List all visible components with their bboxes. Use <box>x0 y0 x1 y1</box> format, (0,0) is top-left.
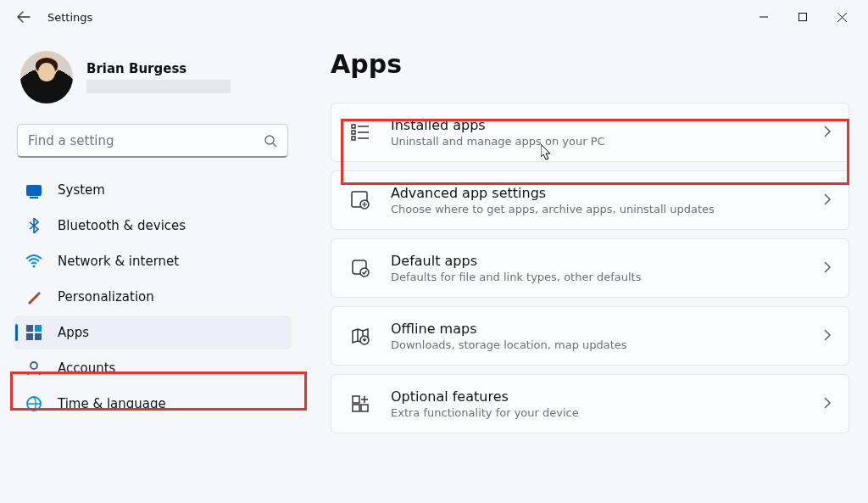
profile-name: Brian Burgess <box>86 61 231 76</box>
close-icon <box>837 13 847 22</box>
maximize-button[interactable] <box>783 3 822 31</box>
card-title: Offline maps <box>391 321 805 337</box>
search-input[interactable] <box>28 133 264 148</box>
svg-point-7 <box>31 362 37 369</box>
window-title: Settings <box>47 11 92 24</box>
titlebar: Settings <box>0 0 868 34</box>
search-box[interactable] <box>17 124 288 158</box>
sidebar-item-label: Network & internet <box>58 254 179 269</box>
sidebar-item-label: Bluetooth & devices <box>58 218 186 233</box>
system-icon <box>25 182 42 198</box>
sidebar: Brian Burgess System Bluetooth & devices… <box>0 34 305 503</box>
svg-rect-3 <box>26 325 33 332</box>
sidebar-item-bluetooth[interactable]: Bluetooth & devices <box>14 209 292 243</box>
bluetooth-icon <box>25 217 42 234</box>
chevron-right-icon <box>824 396 832 412</box>
card-title: Optional features <box>391 388 805 405</box>
close-button[interactable] <box>822 3 861 31</box>
sidebar-item-label: Time & language <box>58 396 166 411</box>
nav-list: System Bluetooth & devices Network & int… <box>14 173 292 421</box>
chevron-right-icon <box>824 328 832 344</box>
chevron-right-icon <box>824 260 832 277</box>
sidebar-item-label: System <box>58 182 105 198</box>
page-title: Apps <box>331 49 849 79</box>
card-installed-apps[interactable]: Installed apps Uninstall and manage apps… <box>331 103 849 162</box>
svg-rect-17 <box>353 396 359 403</box>
sidebar-item-time[interactable]: Time & language <box>14 387 292 421</box>
svg-point-2 <box>33 265 36 268</box>
window-controls <box>744 3 861 31</box>
svg-rect-19 <box>353 405 359 411</box>
svg-rect-18 <box>361 405 368 411</box>
card-offline-maps[interactable]: Offline maps Downloads, storage location… <box>331 306 849 366</box>
svg-rect-4 <box>35 325 42 332</box>
card-optional-features[interactable]: Optional features Extra functionality fo… <box>331 374 849 433</box>
card-subtitle: Defaults for file and link types, other … <box>391 271 805 283</box>
sidebar-item-network[interactable]: Network & internet <box>14 244 292 278</box>
minimize-button[interactable] <box>744 3 783 31</box>
minimize-icon <box>760 13 768 21</box>
sidebar-item-label: Apps <box>58 325 89 340</box>
card-title: Default apps <box>391 253 805 269</box>
svg-point-1 <box>265 136 274 144</box>
svg-rect-0 <box>799 14 807 21</box>
sidebar-item-personalization[interactable]: Personalization <box>14 280 292 314</box>
card-title: Installed apps <box>391 117 805 133</box>
profile-email-placeholder <box>86 80 231 93</box>
offline-maps-icon <box>348 324 372 348</box>
sidebar-item-system[interactable]: System <box>14 173 292 207</box>
installed-apps-icon <box>348 120 372 144</box>
main-content: Apps Installed apps Uninstall and manage… <box>305 34 868 503</box>
optional-features-icon <box>348 392 372 416</box>
svg-rect-11 <box>352 137 355 140</box>
card-subtitle: Downloads, storage location, map updates <box>391 338 805 351</box>
chevron-right-icon <box>824 193 832 209</box>
apps-icon <box>25 324 42 341</box>
card-title: Advanced app settings <box>391 185 805 201</box>
svg-rect-10 <box>352 131 355 134</box>
back-arrow-icon <box>17 10 31 24</box>
back-button[interactable] <box>7 0 41 34</box>
card-subtitle: Choose where to get apps, archive apps, … <box>391 203 805 215</box>
accounts-icon <box>25 360 42 377</box>
time-language-icon <box>25 395 42 412</box>
maximize-icon <box>798 13 807 21</box>
svg-rect-9 <box>352 125 355 128</box>
sidebar-item-apps[interactable]: Apps <box>14 316 292 349</box>
card-advanced-app-settings[interactable]: Advanced app settings Choose where to ge… <box>331 170 849 230</box>
svg-rect-6 <box>35 333 42 340</box>
svg-point-15 <box>360 268 369 277</box>
advanced-settings-icon <box>348 188 372 212</box>
svg-rect-5 <box>26 333 33 340</box>
card-subtitle: Uninstall and manage apps on your PC <box>391 135 805 148</box>
avatar <box>20 51 73 103</box>
sidebar-item-accounts[interactable]: Accounts <box>14 351 292 385</box>
personalization-icon <box>25 288 42 305</box>
search-icon <box>264 134 277 148</box>
chevron-right-icon <box>824 125 832 141</box>
profile-section[interactable]: Brian Burgess <box>14 42 292 119</box>
card-default-apps[interactable]: Default apps Defaults for file and link … <box>331 238 849 298</box>
wifi-icon <box>25 253 42 270</box>
default-apps-icon <box>348 256 372 280</box>
card-subtitle: Extra functionality for your device <box>391 406 805 419</box>
sidebar-item-label: Personalization <box>58 289 154 305</box>
sidebar-item-label: Accounts <box>58 360 115 376</box>
